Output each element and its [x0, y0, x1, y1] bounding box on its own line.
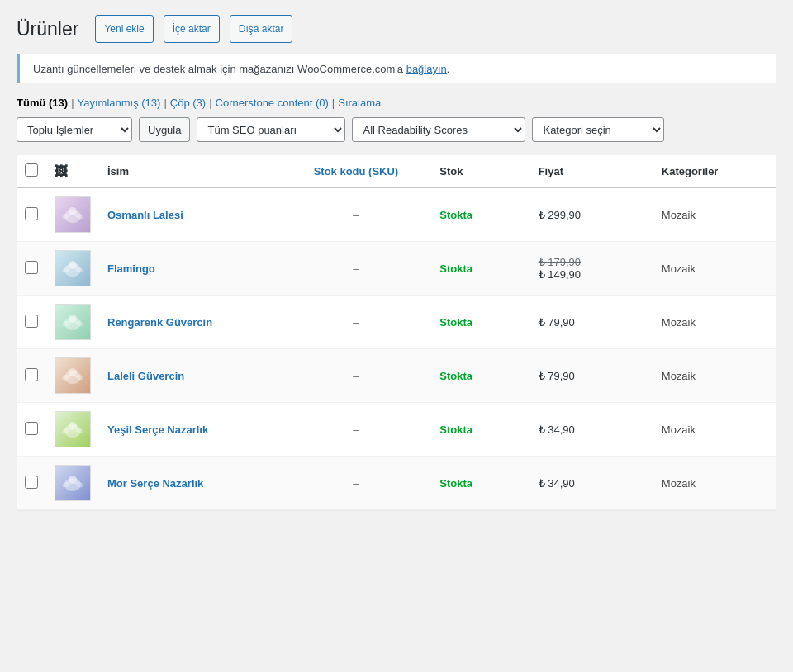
row-checkbox[interactable] [25, 476, 38, 489]
col-header-categories: Kategoriler [653, 155, 776, 188]
product-price: ₺ 34,90 [539, 477, 575, 490]
notice-text: Uzantı güncellemeleri ve destek almak iç… [33, 63, 406, 75]
tablenav-top: Toplu İşlemler Düzenle Çöpe taşı Uygula … [17, 117, 776, 142]
table-row: Laleli Güvercin–Stokta₺ 79,90Mozaik [17, 349, 776, 403]
row-checkbox-cell [17, 349, 46, 403]
product-category-cell: Mozaik [653, 188, 776, 242]
new-product-button[interactable]: Yeni ekle [95, 15, 153, 43]
row-checkbox-cell [17, 242, 46, 296]
products-table-wrap: 🖼 İsim Stok kodu (SKU) Stok Fiyat [0, 155, 793, 510]
product-price-cell: ₺ 299,90 [530, 188, 653, 242]
product-sku-cell: – [281, 349, 432, 403]
product-price-cell: ₺ 79,90 [530, 296, 653, 349]
product-category: Mozaik [662, 316, 696, 329]
sku-value: – [353, 424, 359, 436]
product-name-cell: Laleli Güvercin [99, 349, 281, 403]
seo-score-select[interactable]: Tüm SEO puanları İyi Tamam Kötü [197, 117, 345, 142]
readability-score-select[interactable]: All Readability Scores Good OK Needs Imp… [352, 117, 525, 142]
product-category: Mozaik [662, 263, 696, 275]
category-select[interactable]: Kategori seçin Mozaik [532, 117, 664, 142]
stock-status: Stokta [439, 424, 472, 436]
product-price-cell: ₺ 79,90 [530, 349, 653, 403]
product-category-cell: Mozaik [653, 242, 776, 296]
row-checkbox[interactable] [25, 368, 38, 381]
product-name-link[interactable]: Mor Serçe Nazarlık [107, 477, 203, 490]
product-thumbnail-cell [46, 457, 99, 510]
thumbnail-svg [58, 468, 88, 498]
row-checkbox-cell [17, 296, 46, 349]
product-thumbnail [55, 357, 91, 394]
product-name-cell: Mor Serçe Nazarlık [99, 457, 281, 510]
product-category: Mozaik [662, 209, 696, 221]
filter-all[interactable]: Tümü (13) [17, 97, 68, 109]
svg-point-21 [69, 476, 77, 484]
table-row: Yeşil Serçe Nazarlık–Stokta₺ 34,90Mozaik [17, 403, 776, 457]
product-category-cell: Mozaik [653, 349, 776, 403]
row-checkbox[interactable] [25, 422, 38, 435]
filter-cornerstone[interactable]: Cornerstone content (0) [216, 97, 329, 109]
svg-point-13 [69, 368, 77, 376]
row-checkbox[interactable] [25, 207, 38, 220]
sale-price: ₺ 149,90 [539, 268, 645, 281]
select-all-checkbox[interactable] [25, 163, 38, 177]
product-category-cell: Mozaik [653, 296, 776, 349]
product-name-link[interactable]: Laleli Güvercin [107, 370, 184, 382]
product-name-link[interactable]: Osmanlı Lalesi [107, 209, 183, 221]
product-sku-cell: – [281, 242, 432, 296]
product-stock-cell: Stokta [431, 242, 529, 296]
product-name-link[interactable]: Flamingo [107, 263, 155, 275]
stock-status: Stokta [439, 209, 472, 221]
product-name-link[interactable]: Yeşil Serçe Nazarlık [107, 424, 208, 436]
stock-status: Stokta [439, 316, 472, 329]
notice-link[interactable]: bağlayın [406, 63, 447, 75]
table-row: Flamingo–Stokta₺ 179,90₺ 149,90Mozaik [17, 242, 776, 296]
page-wrap: Ürünler Yeni ekle İçe aktar Dışa aktar U… [0, 0, 793, 672]
row-checkbox-cell [17, 188, 46, 242]
product-price-cell: ₺ 34,90 [530, 403, 653, 457]
subsubsub: Tümü (13) | Yayımlanmış (13) | Çöp (3) |… [17, 97, 776, 109]
export-button[interactable]: Dışa aktar [230, 15, 293, 43]
apply-button[interactable]: Uygula [139, 117, 190, 142]
row-checkbox[interactable] [25, 261, 38, 274]
svg-point-9 [69, 315, 77, 323]
filter-sort[interactable]: Sıralama [338, 97, 381, 109]
product-price-cell: ₺ 179,90₺ 149,90 [530, 242, 653, 296]
thumbnail-svg [58, 200, 88, 230]
filter-trash[interactable]: Çöp (3) [170, 97, 206, 109]
stock-status: Stokta [439, 370, 472, 382]
col-header-stock: Stok [431, 155, 529, 188]
col-header-sku[interactable]: Stok kodu (SKU) [281, 155, 432, 188]
product-price: ₺ 79,90 [539, 316, 575, 329]
row-checkbox-cell [17, 457, 46, 510]
bulk-action-select[interactable]: Toplu İşlemler Düzenle Çöpe taşı [17, 117, 132, 142]
product-name-link[interactable]: Rengarenk Güvercin [107, 316, 212, 329]
import-button[interactable]: İçe aktar [164, 15, 220, 43]
sku-value: – [353, 263, 359, 275]
products-table: 🖼 İsim Stok kodu (SKU) Stok Fiyat [17, 155, 776, 510]
product-thumbnail [55, 304, 91, 340]
sku-value: – [353, 316, 359, 329]
product-price: ₺ 299,90 [539, 209, 581, 221]
product-thumbnail [55, 250, 91, 286]
product-thumbnail-cell [46, 349, 99, 403]
product-thumbnail-cell [46, 403, 99, 457]
filter-published[interactable]: Yayımlanmış (13) [78, 97, 161, 109]
product-thumbnail [55, 411, 91, 447]
table-row: Rengarenk Güvercin–Stokta₺ 79,90Mozaik [17, 296, 776, 349]
product-price: ₺ 34,90 [539, 424, 575, 436]
row-checkbox-cell [17, 403, 46, 457]
product-category: Mozaik [662, 424, 696, 436]
original-price: ₺ 179,90 [539, 256, 645, 268]
product-thumbnail-cell [46, 242, 99, 296]
product-name-cell: Yeşil Serçe Nazarlık [99, 403, 281, 457]
row-checkbox[interactable] [25, 315, 38, 328]
sku-value: – [353, 209, 359, 221]
filter-bar: Tümü (13) | Yayımlanmış (13) | Çöp (3) |… [0, 97, 793, 155]
product-sku-cell: – [281, 188, 432, 242]
svg-point-17 [69, 422, 77, 430]
product-stock-cell: Stokta [431, 296, 529, 349]
product-thumbnail [55, 465, 91, 501]
col-header-name: İsim [99, 155, 281, 188]
stock-status: Stokta [439, 477, 472, 490]
product-category: Mozaik [662, 477, 696, 490]
